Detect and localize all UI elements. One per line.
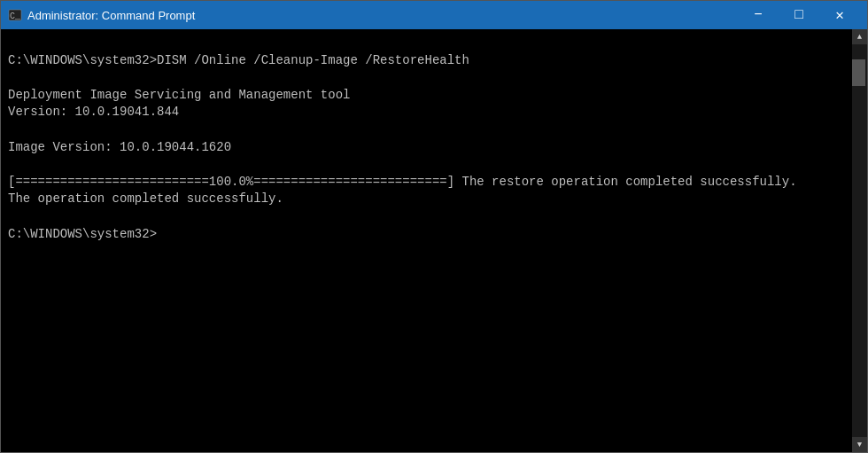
- close-button[interactable]: ✕: [819, 1, 860, 29]
- cmd-icon: C_: [8, 8, 22, 22]
- title-bar: C_ Administrator: Command Prompt − □ ✕: [1, 1, 867, 29]
- window-title: Administrator: Command Prompt: [27, 9, 738, 22]
- console-body[interactable]: C:\WINDOWS\system32>DISM /Online /Cleanu…: [1, 29, 867, 452]
- scroll-up-arrow[interactable]: ▲: [852, 29, 867, 44]
- maximize-button[interactable]: □: [779, 1, 819, 29]
- console-output: C:\WINDOWS\system32>DISM /Online /Cleanu…: [8, 35, 860, 243]
- scrollbar-thumb[interactable]: [852, 59, 865, 86]
- window-controls: − □ ✕: [738, 1, 860, 29]
- scroll-down-arrow[interactable]: ▼: [852, 437, 867, 452]
- cmd-window: C_ Administrator: Command Prompt − □ ✕ C…: [0, 0, 868, 453]
- svg-text:C_: C_: [10, 12, 21, 21]
- scrollbar[interactable]: ▲ ▼: [852, 29, 867, 452]
- scrollbar-track[interactable]: [852, 44, 867, 437]
- minimize-button[interactable]: −: [738, 1, 779, 29]
